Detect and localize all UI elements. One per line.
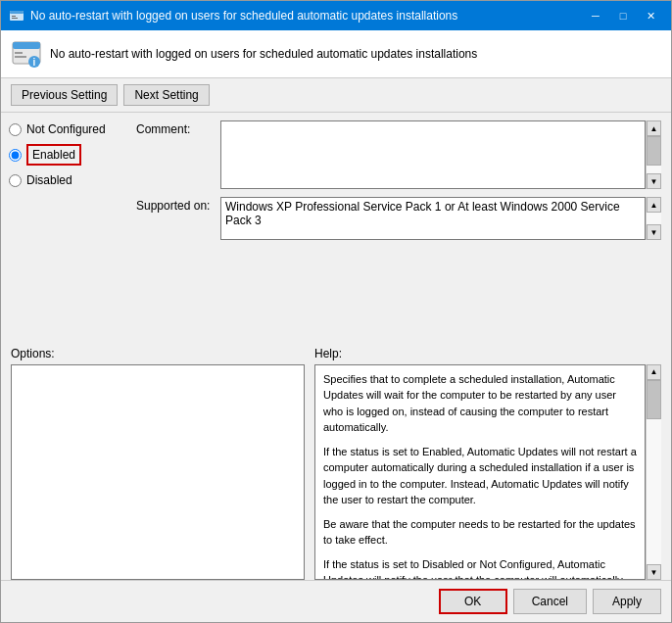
help-panel: Help: Specifies that to complete a sched… <box>314 347 661 581</box>
cancel-button[interactable]: Cancel <box>513 589 587 614</box>
options-box <box>11 364 305 581</box>
help-box: Specifies that to complete a scheduled i… <box>314 364 646 581</box>
comment-label: Comment: <box>136 120 215 136</box>
close-button[interactable]: ✕ <box>638 7 663 24</box>
left-panel: Not Configured Enabled Disabled <box>1 113 128 347</box>
help-scroll-up-btn[interactable]: ▲ <box>647 364 661 380</box>
radio-group: Not Configured Enabled Disabled <box>9 122 120 187</box>
right-panel: Comment: ▲ ▼ Supported on: Windows XP Pr… <box>128 113 671 347</box>
enabled-option[interactable]: Enabled <box>9 144 120 166</box>
disabled-radio[interactable] <box>9 174 22 187</box>
enabled-box: Enabled <box>26 144 81 166</box>
dialog-header: i No auto-restart with logged on users f… <box>1 30 671 78</box>
supported-scrollbar[interactable]: ▲ ▼ <box>646 197 661 240</box>
help-label: Help: <box>314 347 661 360</box>
enabled-radio[interactable] <box>9 149 22 162</box>
supported-row: Supported on: Windows XP Professional Se… <box>136 197 661 240</box>
dialog-icon <box>9 8 24 24</box>
help-scrollbar[interactable]: ▲ ▼ <box>646 364 661 581</box>
scroll-down-btn[interactable]: ▼ <box>647 173 661 189</box>
help-paragraph: If the status is set to Disabled or Not … <box>323 556 637 581</box>
supported-label: Supported on: <box>136 197 215 213</box>
title-bar-left: No auto-restart with logged on users for… <box>9 8 457 24</box>
scroll-thumb[interactable] <box>647 136 661 166</box>
maximize-button[interactable]: □ <box>610 7 636 24</box>
help-paragraph: Be aware that the computer needs to be r… <box>323 516 637 549</box>
disabled-option[interactable]: Disabled <box>9 173 120 187</box>
header-text: No auto-restart with logged on users for… <box>50 47 477 61</box>
title-bar-controls: ─ □ ✕ <box>583 7 663 24</box>
main-dialog: No auto-restart with logged on users for… <box>0 0 672 623</box>
comment-textarea[interactable] <box>220 120 646 189</box>
svg-rect-6 <box>15 52 23 54</box>
dialog-footer: OK Cancel Apply <box>1 580 671 622</box>
not-configured-radio[interactable] <box>9 123 22 136</box>
next-setting-button[interactable]: Next Setting <box>123 84 209 106</box>
minimize-button[interactable]: ─ <box>583 7 608 24</box>
comment-scrollbar[interactable]: ▲ ▼ <box>646 120 661 189</box>
not-configured-label: Not Configured <box>26 122 106 136</box>
svg-rect-1 <box>10 11 24 14</box>
disabled-label: Disabled <box>26 173 72 187</box>
sup-scroll-down-btn[interactable]: ▼ <box>647 224 661 240</box>
svg-rect-2 <box>12 16 16 17</box>
enabled-label: Enabled <box>32 148 75 162</box>
bottom-panels: Options: Help: Specifies that to complet… <box>11 347 661 581</box>
previous-setting-button[interactable]: Previous Setting <box>11 84 118 106</box>
ok-button[interactable]: OK <box>439 589 507 614</box>
toolbar: Previous Setting Next Setting <box>1 78 671 113</box>
svg-rect-7 <box>15 56 26 58</box>
help-scroll-down-btn[interactable]: ▼ <box>647 564 661 580</box>
options-panel: Options: <box>11 347 305 581</box>
help-paragraph: If the status is set to Enabled, Automat… <box>323 444 637 508</box>
apply-button[interactable]: Apply <box>593 589 661 614</box>
title-bar-text: No auto-restart with logged on users for… <box>30 9 457 23</box>
header-icon: i <box>11 38 42 70</box>
sup-scroll-up-btn[interactable]: ▲ <box>647 197 661 213</box>
help-scroll-track <box>647 380 661 565</box>
supported-value: Windows XP Professional Service Pack 1 o… <box>220 197 646 240</box>
comment-row: Comment: ▲ ▼ <box>136 120 661 189</box>
svg-rect-5 <box>13 42 40 49</box>
scroll-track <box>647 136 661 173</box>
svg-text:i: i <box>33 57 36 68</box>
help-paragraph: Specifies that to complete a scheduled i… <box>323 371 637 436</box>
sup-scroll-track <box>647 213 661 224</box>
svg-rect-3 <box>12 18 18 19</box>
help-scroll-thumb[interactable] <box>647 380 661 419</box>
not-configured-option[interactable]: Not Configured <box>9 122 120 136</box>
scroll-up-btn[interactable]: ▲ <box>647 120 661 136</box>
title-bar: No auto-restart with logged on users for… <box>1 1 671 30</box>
dialog-body: Not Configured Enabled Disabled Comment: <box>1 113 671 347</box>
options-label: Options: <box>11 347 305 360</box>
